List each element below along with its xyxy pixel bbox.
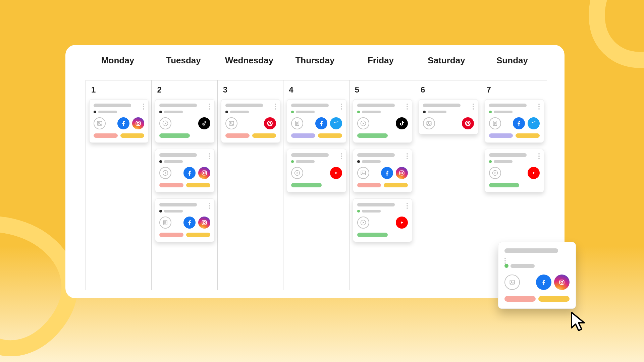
svg-point-9 (205, 171, 206, 172)
card-subtitle-skeleton (98, 111, 117, 113)
facebook-icon (513, 117, 525, 129)
instagram-icon (198, 167, 210, 179)
card-menu-icon[interactable] (143, 104, 144, 110)
day-header: Wednesday (216, 55, 282, 66)
tag-pill (225, 133, 250, 138)
media-type-doc-icon (489, 117, 501, 129)
day-column[interactable]: 2 (152, 80, 217, 290)
tag-pill (120, 133, 145, 138)
day-number: 2 (157, 85, 214, 95)
day-column[interactable]: 5 (350, 80, 415, 290)
instagram-icon (132, 117, 144, 129)
card-subtitle-skeleton (428, 111, 446, 113)
card-menu-icon[interactable] (209, 153, 210, 159)
facebook-icon (117, 117, 129, 129)
media-type-image-icon (94, 117, 106, 129)
card-title-skeleton (489, 153, 527, 157)
day-header: Saturday (414, 55, 479, 66)
media-type-image-icon (423, 117, 435, 129)
tag-pill (159, 233, 183, 237)
svg-point-29 (403, 171, 404, 172)
card-title-skeleton (94, 104, 131, 107)
status-dot (357, 160, 360, 163)
day-header: Friday (348, 55, 414, 66)
post-card[interactable] (353, 99, 412, 143)
tag-pill (489, 183, 520, 187)
tag-pill (357, 183, 381, 187)
day-column[interactable]: 4 (283, 80, 349, 290)
card-menu-icon[interactable] (209, 104, 210, 110)
post-card[interactable] (155, 149, 214, 192)
card-title-skeleton (291, 104, 329, 107)
post-card[interactable] (485, 99, 544, 143)
post-card[interactable] (155, 99, 214, 143)
post-card[interactable] (353, 198, 412, 242)
card-subtitle-skeleton (164, 210, 183, 213)
card-title-skeleton (504, 248, 558, 253)
card-menu-icon[interactable] (407, 203, 408, 209)
tag-pill (186, 233, 210, 237)
dragging-card[interactable] (498, 242, 576, 309)
media-type-image-icon (357, 167, 369, 179)
post-card[interactable] (419, 99, 478, 134)
card-menu-icon[interactable] (341, 153, 342, 159)
svg-point-41 (561, 281, 563, 283)
tag-pill (357, 133, 388, 138)
card-menu-icon[interactable] (473, 104, 474, 110)
svg-point-4 (140, 122, 140, 122)
post-card[interactable] (89, 99, 149, 143)
media-type-video-icon (357, 217, 369, 229)
status-dot (159, 210, 162, 213)
post-card[interactable] (287, 99, 346, 143)
post-card[interactable] (485, 149, 544, 192)
day-number: 5 (355, 85, 412, 95)
tag-pill (159, 133, 190, 138)
post-card[interactable] (221, 99, 280, 143)
media-type-image-icon (225, 117, 237, 129)
cursor-icon (570, 311, 590, 335)
card-subtitle-skeleton (230, 111, 249, 113)
svg-point-28 (401, 172, 403, 174)
youtube-icon (396, 217, 408, 229)
card-menu-icon[interactable] (538, 153, 540, 159)
card-subtitle-skeleton (511, 264, 535, 268)
post-card[interactable] (155, 198, 214, 242)
tag-pill (159, 183, 183, 187)
status-dot (291, 160, 294, 163)
instagram-icon (396, 167, 408, 179)
card-menu-icon[interactable] (407, 104, 408, 110)
card-menu-icon[interactable] (538, 104, 540, 110)
card-subtitle-skeleton (494, 111, 513, 113)
pinterest-icon (462, 117, 474, 129)
post-card[interactable] (353, 149, 412, 192)
post-card[interactable] (287, 149, 346, 192)
media-type-video-icon (489, 167, 501, 179)
day-column[interactable]: 6 (415, 80, 481, 290)
pinterest-icon (264, 117, 276, 129)
youtube-icon (528, 167, 540, 179)
card-subtitle-skeleton (362, 210, 381, 213)
svg-point-15 (203, 222, 205, 224)
calendar-grid: 1 2 (86, 80, 547, 290)
card-menu-icon[interactable] (407, 153, 408, 159)
instagram-icon (198, 217, 210, 229)
card-title-skeleton (423, 104, 461, 107)
tag-pill (504, 296, 536, 302)
card-menu-icon[interactable] (504, 258, 570, 264)
media-type-doc-icon (159, 217, 171, 229)
tag-pill (252, 133, 276, 138)
card-title-skeleton (357, 153, 395, 157)
media-type-video-icon (159, 117, 171, 129)
tag-pill (186, 183, 210, 187)
day-column[interactable]: 1 (86, 80, 152, 290)
card-title-skeleton (357, 203, 395, 206)
day-number: 3 (223, 85, 280, 95)
day-column[interactable]: 3 (218, 80, 283, 290)
card-title-skeleton (225, 104, 263, 107)
card-menu-icon[interactable] (275, 104, 276, 110)
card-menu-icon[interactable] (209, 203, 210, 209)
tag-pill (384, 183, 408, 187)
card-menu-icon[interactable] (341, 104, 342, 110)
day-header: Monday (85, 55, 151, 66)
media-type-image-icon (504, 275, 520, 290)
